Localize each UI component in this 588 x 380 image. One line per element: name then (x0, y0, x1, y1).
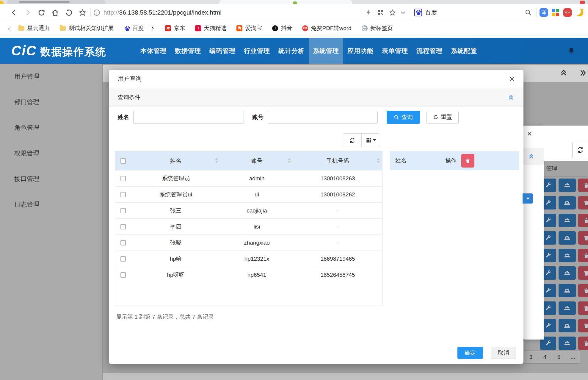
bookmark-star-icon[interactable] (387, 7, 397, 18)
account-input[interactable] (268, 111, 378, 124)
table-row[interactable]: 张三 caojiajia - (115, 202, 382, 218)
column-header-phone[interactable]: 手机号码 (293, 151, 382, 170)
nav-item[interactable]: 表单管理 (378, 38, 412, 64)
nav-item[interactable]: 本体管理 (136, 38, 171, 64)
collapse-bookmarks-icon[interactable]: ‹| (8, 25, 10, 32)
browser-tab-inactive[interactable] (7, 0, 105, 4)
baidu-paw-icon[interactable] (414, 9, 422, 16)
home-button[interactable] (50, 7, 60, 18)
forward-button[interactable] (23, 7, 33, 18)
bookmark-item[interactable]: PDF 免费PDF转word (302, 24, 351, 32)
nav-item[interactable]: 行业管理 (240, 38, 274, 64)
cell-account: zhangxiao (220, 235, 293, 251)
select-all-checkbox[interactable] (120, 158, 126, 164)
nav-item[interactable]: 流程管理 (412, 38, 447, 64)
table-toolbar (343, 133, 380, 147)
selected-action-column-label: 操作 (445, 157, 457, 165)
bookmark-label: 测试相关知识扩展 (68, 24, 114, 32)
app-logo: CiC 数据操作系统 (11, 43, 136, 59)
bookmark-item[interactable]: 新标签页 (362, 24, 393, 32)
table-empty-space (115, 283, 382, 306)
confirm-button[interactable]: 确定 (457, 347, 483, 359)
bookmark-item[interactable]: 淘 爱淘宝 (236, 24, 262, 32)
bookmark-icon: T (195, 25, 201, 31)
undo-button[interactable] (64, 7, 74, 18)
bookmark-label: 抖音 (281, 24, 292, 32)
modal-close-icon[interactable]: × (509, 74, 515, 83)
column-header-name[interactable]: 姓名 (131, 151, 220, 170)
bookmark-item[interactable]: 测试相关知识扩展 (60, 24, 114, 32)
favorite-star-button[interactable] (77, 7, 87, 18)
sort-icon[interactable] (215, 158, 218, 163)
columns-dropdown-button[interactable] (361, 134, 380, 147)
table-row[interactable]: hp呀呀 hp6541 18526458745 (115, 267, 382, 283)
bookmark-item[interactable]: T 天猫精选 (195, 24, 226, 32)
url-path: 36.138.58.51:2201/ppcgui/index.html (119, 9, 222, 16)
collapse-section-icon[interactable] (507, 94, 515, 101)
search-button[interactable]: 查询 (387, 111, 420, 124)
notification-bell-icon[interactable] (567, 47, 576, 55)
cell-account: lisi (220, 219, 293, 234)
bookmark-icon: ♪ (272, 25, 278, 31)
chevron-down-icon[interactable] (398, 7, 408, 18)
browser-tab-strip (0, 0, 588, 4)
back-button[interactable] (9, 7, 19, 18)
lightning-icon[interactable] (363, 7, 374, 18)
translate-extension-icon[interactable]: 译 (540, 8, 548, 17)
reset-button[interactable]: 重置 (427, 111, 459, 124)
row-checkbox[interactable] (120, 256, 126, 262)
bookmark-item[interactable]: 星云通力 (18, 24, 50, 32)
address-bar[interactable]: http://36.138.58.51:2201/ppcgui/index.ht… (104, 9, 222, 16)
bookmark-item[interactable]: ♪ 抖音 (272, 24, 292, 32)
table-row[interactable]: 张晓 zhangxiao - (115, 234, 382, 251)
refresh-table-button[interactable] (343, 134, 361, 147)
refresh-button[interactable] (36, 7, 46, 18)
search-icon[interactable] (523, 7, 533, 18)
bookmarks-bar: ‹| 星云通力 测试相关知识扩展 百度一下 JD (0, 21, 588, 35)
bookmark-label: 京东 (174, 24, 185, 32)
bookmark-icon: PDF (302, 25, 308, 31)
sort-icon[interactable] (288, 158, 291, 163)
bookmark-item[interactable]: JD 京东 (165, 24, 185, 32)
reset-button-label: 重置 (441, 113, 452, 121)
cell-phone: - (293, 235, 382, 251)
nav-item[interactable]: 数据管理 (171, 38, 205, 64)
bookmark-icon: JD (165, 25, 171, 31)
sidebar-item: 部门管理 (0, 89, 102, 115)
table-row[interactable]: 李四 lisi - (115, 218, 382, 234)
row-checkbox[interactable] (120, 176, 126, 181)
row-checkbox[interactable] (120, 224, 126, 229)
baidu-label[interactable]: 百度 (425, 9, 437, 17)
nav-item[interactable]: 应用功能 (343, 38, 378, 64)
delete-button (578, 231, 588, 245)
column-header-account[interactable]: 账号 (220, 151, 293, 170)
assign-user-button (559, 196, 576, 209)
remove-selected-button[interactable] (461, 154, 474, 168)
table-row[interactable]: 系统管理员ui ui 13001008262 (115, 186, 382, 202)
name-input[interactable] (133, 111, 244, 124)
qr-scan-icon[interactable] (375, 7, 385, 18)
nav-item[interactable]: 编码管理 (205, 38, 240, 64)
nav-item[interactable]: 系统配置 (447, 38, 481, 64)
cell-name: 李四 (131, 219, 220, 234)
table-row[interactable]: 系统管理员 admin 13001008263 (115, 170, 382, 186)
row-checkbox[interactable] (120, 192, 126, 197)
pdf-extension-icon[interactable]: PDF (563, 8, 572, 17)
cancel-button[interactable]: 取消 (491, 347, 516, 359)
dark-mode-moon-icon[interactable] (576, 9, 583, 16)
sort-icon[interactable] (377, 158, 380, 163)
nav-item[interactable]: 统计分析 (274, 38, 309, 64)
apps-grid-extension-icon[interactable] (552, 9, 559, 16)
site-info-icon[interactable]: i (94, 10, 100, 16)
bookmark-item[interactable]: 百度一下 (124, 24, 155, 32)
browser-tab-active[interactable] (219, 0, 352, 4)
query-conditions-bar: 查询条件 (109, 88, 523, 107)
nav-item[interactable]: 系统管理 (309, 38, 343, 64)
row-checkbox[interactable] (120, 240, 126, 245)
row-checkbox[interactable] (120, 272, 126, 278)
table-row[interactable]: hp哈 hp12321x 18698719465 (115, 251, 382, 267)
assign-user-button (559, 266, 576, 280)
assign-user-button (559, 214, 576, 227)
bookmark-label: 新标签页 (370, 24, 393, 32)
row-checkbox[interactable] (120, 208, 126, 213)
